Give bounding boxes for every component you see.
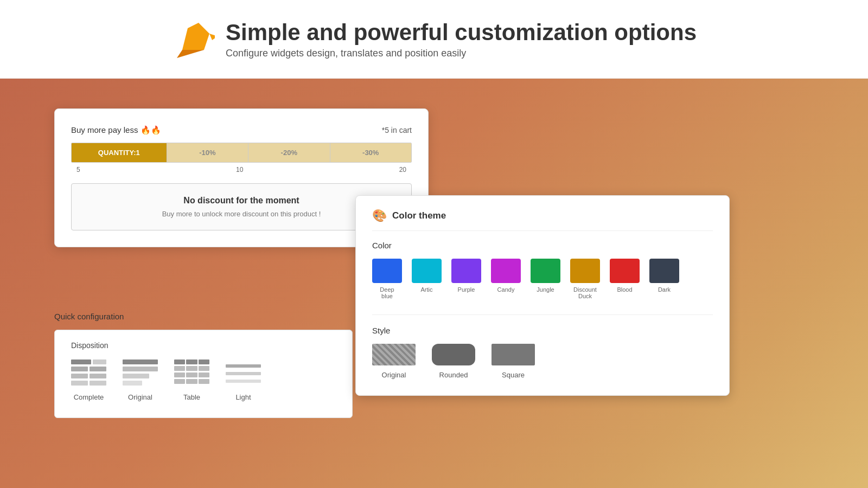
qty-label-10: 10 [236, 166, 243, 174]
header-text-block: Simple and powerful customization option… [226, 20, 697, 59]
swatch-blood-box[interactable] [610, 259, 640, 283]
swatch-candy-box[interactable] [491, 259, 521, 283]
swatch-blood-label: Blood [617, 286, 632, 293]
disposition-light-label: Light [235, 393, 251, 401]
buy-more-label: Buy more pay less 🔥🔥 [71, 125, 161, 135]
swatch-dark-label: Dark [658, 286, 671, 293]
light-preview-icon [226, 359, 261, 388]
color-swatches: Deepblue Artic Purple Candy Jungle Disco [372, 259, 713, 299]
style-square-label: Square [502, 371, 525, 379]
style-item-rounded[interactable]: Rounded [432, 344, 475, 379]
swatch-discount-duck-label: DiscountDuck [573, 286, 597, 299]
background-section: Buy more pay less 🔥🔥 *5 in cart QUANTITY… [0, 79, 868, 488]
swatch-artic[interactable]: Artic [412, 259, 442, 299]
quick-config-title: Quick configuration [54, 312, 353, 321]
quantity-table: QUANTITY:1 -10% -20% -30% [71, 143, 412, 163]
section-divider [372, 314, 713, 315]
swatch-dark-box[interactable] [649, 259, 679, 283]
qty-cell-10: -10% [167, 143, 248, 162]
svg-marker-0 [182, 23, 209, 50]
style-original-label: Original [382, 371, 406, 379]
style-options: Original Rounded Square [372, 344, 713, 379]
disposition-item-complete[interactable]: Complete [71, 359, 106, 401]
logo-icon [171, 17, 215, 61]
disposition-label: Disposition [71, 341, 336, 350]
swatch-jungle-label: Jungle [537, 286, 554, 293]
swatch-purple-box[interactable] [451, 259, 481, 283]
qty-label-5: 5 [76, 166, 80, 174]
swatch-artic-box[interactable] [412, 259, 442, 283]
style-rounded-preview[interactable] [432, 344, 475, 365]
svg-marker-3 [209, 34, 215, 40]
disposition-complete-label: Complete [74, 393, 104, 401]
color-section-label: Color [372, 241, 713, 250]
disposition-options: Complete [71, 359, 336, 407]
style-section-label: Style [372, 326, 713, 335]
swatch-blood[interactable]: Blood [610, 259, 640, 299]
swatch-discount-duck[interactable]: DiscountDuck [570, 259, 600, 299]
style-square-preview[interactable] [492, 344, 535, 365]
swatch-deep-blue[interactable]: Deepblue [372, 259, 402, 299]
swatch-dark[interactable]: Dark [649, 259, 679, 299]
swatch-deep-blue-label: Deepblue [380, 286, 394, 299]
disposition-card: Disposition [54, 330, 353, 418]
style-original-preview[interactable] [372, 344, 416, 365]
svg-marker-2 [177, 50, 204, 58]
swatch-artic-label: Artic [421, 286, 433, 293]
table-preview-icon [174, 359, 209, 388]
swatch-deep-blue-box[interactable] [372, 259, 402, 283]
widget-top-bar: Buy more pay less 🔥🔥 *5 in cart [71, 125, 412, 135]
complete-preview-icon [71, 359, 106, 388]
swatch-jungle[interactable]: Jungle [531, 259, 560, 299]
in-cart-label: *5 in cart [382, 126, 412, 134]
color-theme-header: 🎨 Color theme [372, 209, 713, 231]
style-item-square[interactable]: Square [492, 344, 535, 379]
no-discount-sub: Buy more to unlock more discount on this… [82, 210, 400, 218]
original-preview-icon [123, 359, 158, 388]
disposition-item-original[interactable]: Original [123, 359, 158, 401]
style-item-original[interactable]: Original [372, 344, 416, 379]
palette-icon: 🎨 [372, 209, 387, 223]
page-title: Simple and powerful customization option… [226, 20, 697, 46]
qty-labels: 5 10 20 [71, 166, 412, 174]
no-discount-title: No discount for the moment [82, 196, 400, 206]
swatch-discount-duck-box[interactable] [570, 259, 600, 283]
page-header: Simple and powerful customization option… [0, 0, 868, 79]
qty-cell-20: -20% [248, 143, 330, 162]
qty-label-20: 20 [399, 166, 406, 174]
disposition-original-label: Original [128, 393, 152, 401]
qty-cell-1: QUANTITY:1 [72, 143, 167, 162]
page-subtitle: Configure widgets design, translates and… [226, 48, 697, 59]
disposition-item-table[interactable]: Table [174, 359, 209, 401]
disposition-item-light[interactable]: Light [226, 359, 261, 401]
color-theme-title: Color theme [392, 210, 446, 221]
swatch-purple-label: Purple [458, 286, 475, 293]
swatch-jungle-box[interactable] [531, 259, 560, 283]
style-rounded-label: Rounded [439, 371, 468, 379]
quick-config-section: Quick configuration Disposition [54, 312, 353, 418]
disposition-table-label: Table [183, 393, 200, 401]
swatch-candy-label: Candy [497, 286, 515, 293]
qty-cell-30: -30% [330, 143, 411, 162]
swatch-candy[interactable]: Candy [491, 259, 521, 299]
color-theme-card: 🎨 Color theme Color Deepblue Artic Purpl… [355, 195, 730, 396]
swatch-purple[interactable]: Purple [451, 259, 481, 299]
